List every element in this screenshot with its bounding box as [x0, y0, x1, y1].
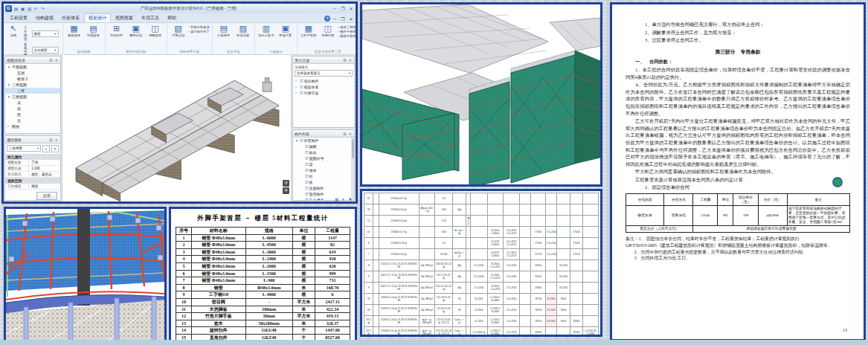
minimize-icon[interactable]: ─: [332, 6, 338, 11]
ribbon-small-button-复制已有架体[interactable]: 复制已有架体: [189, 25, 210, 29]
tree-item-梁[interactable]: ☑梁: [293, 161, 350, 167]
tree-item-柱[interactable]: ☑柱: [293, 173, 350, 179]
tree-item-三维视图[interactable]: ▲三维视图: [5, 82, 60, 88]
tree-item-模架体系[interactable]: ▷☑模架体系: [293, 84, 354, 90]
ribbon-small-button-横杆平面图[interactable]: 横杆平面图: [338, 30, 356, 33]
bim-3d-model: [62, 55, 291, 201]
cancel-icon[interactable]: ✕: [283, 187, 289, 194]
undo-icon[interactable]: ↺: [283, 180, 289, 187]
table-cell: 地下室及车库按顶板的结构面积计算，无垫层的比按一半的面积算，采用地下室每一层算方…: [787, 206, 849, 226]
qat-icon[interactable]: ↷: [40, 6, 45, 11]
qat-icon[interactable]: ↶: [33, 6, 39, 11]
table-cell: 17540: [531, 238, 546, 249]
type-selector[interactable]: 三维视图: [7, 145, 41, 152]
tree-item-平面视图[interactable]: ▲平面视图: [5, 64, 60, 70]
tree-item-东[interactable]: 东: [5, 100, 60, 106]
table-cell: 620: [315, 262, 350, 270]
3d-view-canvas[interactable]: ↺ ✕: [62, 55, 292, 201]
ribbon-button-方案识别[interactable]: ▧方案识别: [170, 24, 187, 37]
tree-item-预埋构件[interactable]: ☑预埋构件: [293, 191, 350, 197]
status-bar-icons[interactable]: ▦ ▾ ◥: [335, 197, 353, 201]
table-cell: 垫木: [192, 320, 246, 327]
ribbon-button-整层识别[interactable]: ▣整层识别: [127, 24, 145, 37]
tab-结构建模[interactable]: 结构建模: [32, 14, 57, 22]
ribbon-button-快速试算[interactable]: ▨快速试算: [234, 24, 252, 37]
table-cell: [520, 271, 531, 283]
ribbon-button-轮廓架体[interactable]: ▤轮廓架体: [85, 24, 103, 37]
filter-mode-select[interactable]: 按外架体系显示: [295, 70, 353, 77]
tree-item-视图排号[interactable]: ☑视图排号: [293, 155, 350, 161]
tree-item-轴网[interactable]: ☑轴网: [293, 144, 350, 149]
ribbon-button-调整架体[interactable]: ◫调整架体: [147, 24, 164, 37]
ribbon-group: ⊞手动布件▣整层识别◫调整架体建筑空间结构: [106, 23, 167, 54]
tree-item-标高[interactable]: ☑标高: [293, 149, 350, 155]
tree-item-所有构件[interactable]: ▲☑所有构件: [293, 138, 350, 144]
tab-模架设计[interactable]: 模架设计: [84, 13, 111, 22]
tree-item-北[interactable]: 北: [5, 117, 60, 123]
tree-item-图例[interactable]: ▷图例: [5, 123, 60, 129]
doc-close-icon[interactable]: ✕: [348, 16, 354, 22]
tree-item-板[interactable]: ☑板: [293, 179, 350, 185]
tree-item-悬挑构件[interactable]: ☑悬挑构件: [293, 185, 350, 191]
ribbon-button-审核方案[interactable]: ▣审核方案: [277, 24, 295, 37]
table-cell: 4483908: [758, 206, 787, 226]
panel-pin-icon-4[interactable]: ⊞ ✕: [343, 132, 353, 136]
panel-pin-icon-2[interactable]: ⊞ ✕: [49, 138, 59, 142]
table-cell: 920: [315, 256, 350, 263]
tab-工程设置[interactable]: 工程设置: [6, 14, 31, 22]
table-cell: 根: [292, 277, 315, 285]
ribbon-button-导出计算书[interactable]: ▥导出计算书: [257, 24, 275, 37]
ribbon-group: ▦构造架体▤轮廓架体架体构建: [63, 23, 106, 54]
column-header: 序号: [176, 228, 192, 235]
tree-item-项目构件[interactable]: ▷☑项目构件: [293, 78, 354, 84]
table-cell: 5.默认 一层: [453, 327, 466, 338]
table-cell: 分包方式: [664, 194, 693, 206]
tree-item-墙体[interactable]: ☑墙体: [293, 167, 350, 173]
table-cell: 钢管 Φ48x3.0mm: [192, 248, 246, 256]
ribbon-small-button-超方提升布置[interactable]: 超方提升布置: [189, 30, 210, 33]
tab-视图视窗[interactable]: 视图视窗: [112, 14, 137, 22]
ribbon-button-手动布件[interactable]: ⊞手动布件: [108, 24, 126, 37]
panel-pin-icon-3[interactable]: ⊞ ✕: [343, 58, 353, 62]
formwork-3d-view: [4, 207, 167, 343]
table-cell: Φ48x3.0mm: [245, 284, 292, 291]
table-cell: 8: [364, 238, 373, 249]
component-list-scrollbar[interactable]: [351, 138, 354, 200]
doc-restore-icon[interactable]: ❐: [340, 16, 346, 22]
tree-item-西[interactable]: 西: [5, 112, 60, 117]
panel-pin-icon[interactable]: ⊞ ✕: [49, 58, 59, 62]
ribbon-button-选择[interactable]: ↖选择: [6, 24, 21, 37]
table-cell: 劳务分包: [664, 206, 693, 226]
qat-icon[interactable]: ▣: [20, 6, 25, 11]
ribbon-field-工作楼层[interactable]: 楼层: [32, 30, 59, 37]
ribbon-button-构造架体[interactable]: ▦构造架体: [65, 24, 83, 37]
qat-icon[interactable]: ▤: [13, 6, 19, 11]
tree-item-外脚手架[interactable]: ▷☑外脚手架: [293, 90, 354, 96]
edit-type-button[interactable]: ✎: [51, 145, 59, 152]
close-icon[interactable]: ✕: [348, 6, 354, 11]
help-icon[interactable]: ?: [324, 16, 330, 22]
apply-button[interactable]: 应用: [36, 192, 57, 200]
table-cell: 18: [364, 294, 373, 305]
ribbon-button-创建剖面[interactable]: ◫创建剖面: [319, 24, 337, 37]
tree-item-三维[interactable]: 三维: [5, 88, 60, 94]
ribbon-small-button-模板平面图[interactable]: 模板平面图: [338, 34, 356, 38]
tree-item-首层[interactable]: 首层: [5, 70, 60, 76]
tree-item-楼层 2[interactable]: 楼层 2: [5, 76, 60, 82]
view-browser-title: 视图浏览器: [7, 58, 25, 62]
maximize-icon[interactable]: ❐: [340, 6, 346, 11]
add-type-button[interactable]: +: [42, 145, 50, 152]
tab-帮助[interactable]: 帮助: [164, 14, 180, 22]
ribbon-button-计算单件[interactable]: ▤计算单件: [215, 24, 233, 37]
ribbon-small-button-架体三维图[interactable]: 架体三维图: [338, 25, 356, 29]
ribbon-field-标高范围[interactable]: 当前楼层: [32, 47, 59, 54]
tab-外架体系[interactable]: 外架体系: [58, 14, 83, 22]
tab-常用工具[interactable]: 常用工具: [138, 14, 163, 22]
tree-item-南[interactable]: 南: [5, 106, 60, 112]
qat-icon[interactable]: ▥: [27, 6, 32, 11]
doc-minimize-icon[interactable]: ─: [332, 16, 338, 22]
table-cell: 竹笆片脚手板: [192, 313, 246, 320]
table-cell: [487, 193, 503, 204]
tree-item-立面视图[interactable]: ▲立面视图: [5, 94, 60, 100]
ribbon-button-立杆平面图[interactable]: ▦立杆平面图: [300, 24, 318, 37]
